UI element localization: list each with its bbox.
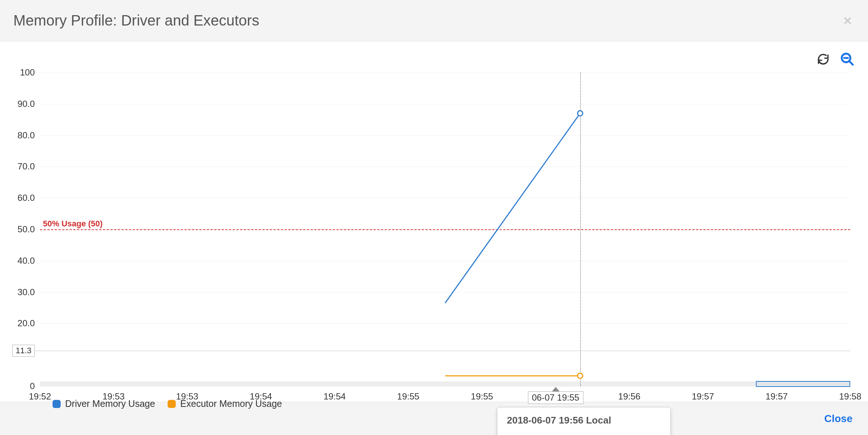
legend-swatch-icon [53,400,61,408]
legend-label: Driver Memory Usage [65,398,155,409]
refresh-icon[interactable] [817,53,830,67]
y-tick-label: 20.0 [17,318,35,328]
x-tick-label: 19:52 [29,391,51,402]
x-tick-label: 19:55 [397,391,419,402]
y-tick-label: 70.0 [17,161,35,172]
zoom-out-icon[interactable] [840,52,855,68]
close-icon[interactable]: × [844,14,852,28]
chart-legend: Driver Memory UsageExecutor Memory Usage [53,398,282,409]
tooltip-row: 1.Driver Memory Usage87.0 [507,433,661,435]
y-tick-label: 100 [20,67,35,78]
y-tick-label: 50.0 [17,224,35,235]
chart-toolbar [817,52,855,68]
y-tick-label: 30.0 [17,287,35,297]
grid-line [40,386,850,387]
x-tick-label: 19:58 [839,391,861,402]
legend-swatch-icon [168,400,176,408]
x-tick-label: 19:56 [618,391,640,402]
modal-header: Memory Profile: Driver and Executors × [0,0,868,41]
x-tick-label: 19:54 [323,391,346,402]
x-tick-label: 19:55 [471,391,493,402]
y-tick-label: 90.0 [17,99,35,109]
tooltip-title: 2018-06-07 19:56 Local [507,415,661,426]
modal-title: Memory Profile: Driver and Executors [13,12,259,29]
y-tick-label: 60.0 [17,193,35,203]
series-point-marker [578,111,583,116]
x-tick-label: 06-07 19:55 [528,391,583,404]
series-layer [40,72,850,386]
legend-item[interactable]: Driver Memory Usage [53,398,155,409]
x-tick-marker-icon [552,387,559,391]
series-line [445,113,580,303]
legend-item[interactable]: Executor Memory Usage [168,398,282,409]
x-tick-label: 19:57 [766,391,788,402]
svg-line-2 [849,61,853,65]
y-tick-label: 80.0 [17,130,35,141]
y-tick-label: 40.0 [17,256,35,266]
x-tick-label: 19:57 [692,391,714,402]
hover-tick-badge: 11.3 [12,345,35,357]
legend-label: Executor Memory Usage [180,398,282,409]
modal-body: 020.030.040.050.060.070.080.090.010019:5… [0,41,868,402]
range-selection-handle[interactable] [756,381,851,387]
memory-chart[interactable]: 020.030.040.050.060.070.080.090.010019:5… [40,72,850,386]
memory-profile-modal: Memory Profile: Driver and Executors × [0,0,868,435]
hover-tooltip: 2018-06-07 19:56 Local 1.Driver Memory U… [497,407,671,435]
series-point-marker [578,373,583,378]
close-button[interactable]: Close [824,413,852,425]
y-tick-label: 0 [30,381,35,391]
